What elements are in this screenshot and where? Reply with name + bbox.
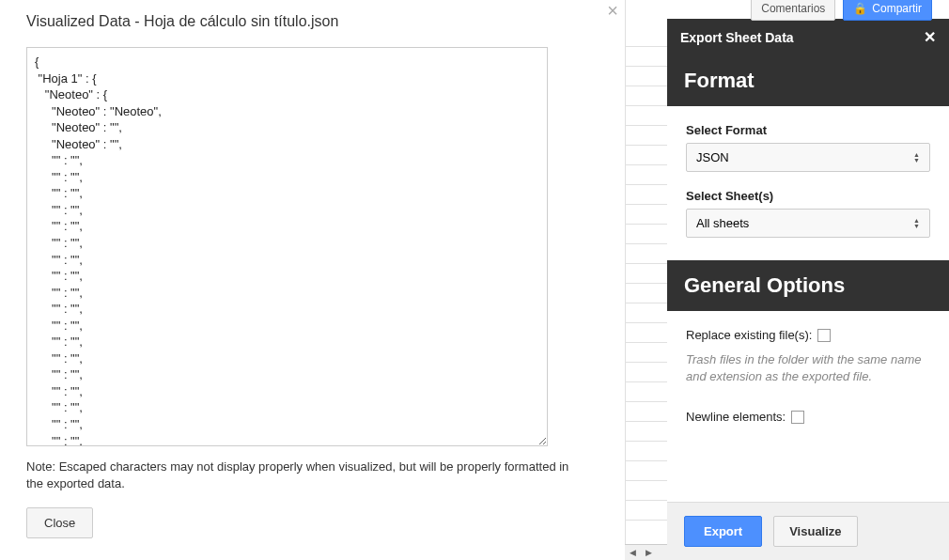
sidebar-title: Export Sheet Data (680, 30, 794, 45)
replace-files-checkbox[interactable] (817, 329, 831, 342)
replace-files-label: Replace existing file(s): (686, 328, 812, 342)
sheet-select-value: All sheets (696, 216, 749, 230)
scroll-left-icon[interactable]: ◀ (625, 548, 641, 557)
format-select[interactable]: JSON ▲▼ (686, 143, 930, 172)
format-select-value: JSON (696, 150, 729, 164)
scroll-right-icon[interactable]: ▶ (641, 548, 657, 557)
modal-title: Visualized Data - Hoja de cálculo sin tí… (26, 13, 609, 30)
export-button[interactable]: Export (684, 516, 762, 547)
share-label: Compartir (872, 2, 922, 15)
general-options-heading: General Options (667, 260, 949, 311)
close-button[interactable]: Close (26, 507, 93, 538)
escaped-chars-note: Note: Escaped characters may not display… (26, 459, 581, 492)
newline-elements-label: Newline elements: (686, 410, 786, 424)
share-button[interactable]: 🔒 Compartir (843, 0, 932, 21)
replace-files-desc: Trash files in the folder with the same … (686, 351, 930, 385)
share-icon: 🔒 (853, 2, 867, 15)
horizontal-scrollbar[interactable]: ◀ ▶ (625, 544, 667, 560)
select-format-label: Select Format (686, 123, 930, 137)
export-sidebar: Export Sheet Data ✕ Format Select Format… (667, 19, 949, 560)
json-output-textarea[interactable] (26, 47, 548, 446)
sidebar-footer: Export Visualize (667, 502, 949, 560)
select-sheet-label: Select Sheet(s) (686, 189, 930, 203)
close-icon[interactable]: × (607, 0, 618, 22)
visualized-data-modal: × Visualized Data - Hoja de cálculo sin … (26, 0, 609, 538)
updown-icon: ▲▼ (913, 218, 920, 229)
updown-icon: ▲▼ (913, 152, 920, 163)
format-heading: Format (667, 55, 949, 106)
sidebar-body: Format Select Format JSON ▲▼ Select Shee… (667, 55, 949, 502)
comments-button[interactable]: Comentarios (751, 0, 835, 21)
sidebar-close-icon[interactable]: ✕ (924, 28, 936, 46)
visualize-button[interactable]: Visualize (773, 516, 857, 547)
sidebar-header: Export Sheet Data ✕ (667, 19, 949, 55)
spreadsheet-grid (625, 0, 672, 560)
sheet-select[interactable]: All sheets ▲▼ (686, 209, 930, 238)
newline-elements-checkbox[interactable] (791, 411, 804, 424)
